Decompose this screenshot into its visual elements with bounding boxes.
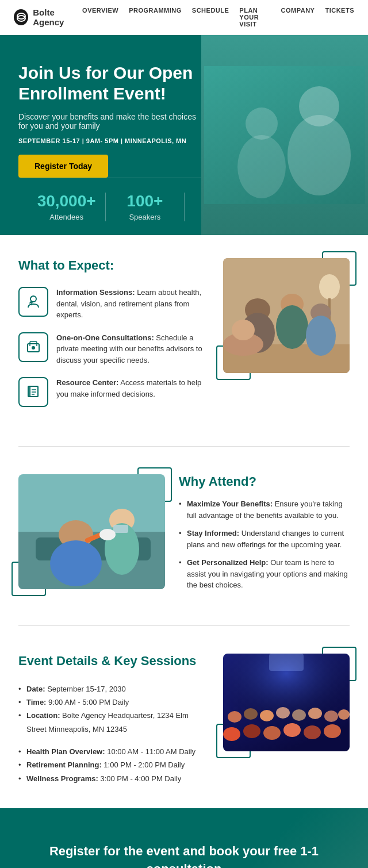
nav-programming[interactable]: PROGRAMMING bbox=[129, 7, 182, 28]
nav-overview[interactable]: OVERVIEW bbox=[82, 7, 118, 28]
dental-photo-svg bbox=[18, 474, 165, 589]
svg-rect-11 bbox=[30, 386, 38, 397]
svg-point-51 bbox=[283, 723, 301, 737]
svg-point-4 bbox=[288, 115, 351, 195]
stat-attendees-label: Attendees bbox=[28, 213, 105, 221]
what-to-expect-image-container bbox=[223, 258, 350, 375]
hero-title: Join Us for Our Open Enrollment Event! bbox=[18, 63, 202, 104]
what-to-expect-content: What to Expect: Information Sessions: Le… bbox=[18, 258, 209, 418]
event-details-section: Event Details & Key Sessions Date: Septe… bbox=[0, 631, 368, 809]
svg-rect-54 bbox=[269, 654, 304, 671]
hero-date: SEPTEMBER 15-17 | 9AM- 5PM | MINNEAPOLIS… bbox=[18, 137, 202, 144]
svg-point-48 bbox=[223, 727, 240, 741]
event-date-item: Date: September 15-17, 2030 bbox=[18, 682, 209, 696]
svg-point-40 bbox=[228, 711, 241, 723]
expect-item-3: Resource Center: Access materials to hel… bbox=[18, 377, 209, 407]
svg-point-37 bbox=[99, 529, 116, 540]
nav-company[interactable]: COMPANY bbox=[281, 7, 315, 28]
svg-point-45 bbox=[308, 708, 322, 719]
session-wellness-text: 3:00 PM - 4:00 PM Daily bbox=[98, 774, 182, 783]
event-details-list: Date: September 15-17, 2030 Time: 9:00 A… bbox=[18, 682, 209, 736]
why-attend-section: Why Attend? Maximize Your Benefits: Ensu… bbox=[0, 451, 368, 621]
why-item-2-title: Stay Informed: bbox=[187, 529, 239, 537]
event-details-image-container bbox=[223, 654, 350, 753]
consultations-icon bbox=[18, 332, 48, 362]
session-health-item: Health Plan Overview: 10:00 AM - 11:00 A… bbox=[18, 745, 209, 758]
hero-illustration bbox=[204, 66, 365, 204]
nav-links: OVERVIEW PROGRAMMING SCHEDULE PLAN YOUR … bbox=[82, 7, 354, 28]
stat-attendees-number: 30,000+ bbox=[28, 192, 105, 210]
expect-item-1: Information Sessions: Learn about health… bbox=[18, 287, 209, 321]
what-to-expect-photo bbox=[223, 258, 350, 373]
svg-point-46 bbox=[324, 710, 338, 722]
event-details-title: Event Details & Key Sessions bbox=[18, 654, 209, 669]
svg-point-47 bbox=[338, 709, 350, 720]
svg-point-9 bbox=[32, 346, 35, 349]
svg-point-5 bbox=[246, 107, 278, 140]
nav-plan-visit[interactable]: PLAN YOUR VISIT bbox=[239, 7, 270, 28]
svg-point-49 bbox=[243, 724, 260, 738]
session-wellness-item: Wellness Programs: 3:00 PM - 4:00 PM Dai… bbox=[18, 772, 209, 785]
event-date-label: Date: bbox=[26, 685, 45, 693]
expect-item-2-text: One-on-One Consultations: Schedule a pri… bbox=[56, 332, 209, 366]
why-attend-layout: Why Attend? Maximize Your Benefits: Ensu… bbox=[18, 474, 350, 598]
session-health-label: Health Plan Overview: bbox=[26, 747, 105, 756]
stat-attendees: 30,000+ Attendees bbox=[28, 192, 105, 221]
expect-item-2: One-on-One Consultations: Schedule a pri… bbox=[18, 332, 209, 366]
logo-svg bbox=[16, 12, 26, 22]
footer-cta-section: Register for the event and book your fre… bbox=[0, 808, 368, 868]
what-to-expect-title: What to Expect: bbox=[18, 258, 209, 273]
event-details-photo bbox=[223, 654, 350, 751]
svg-point-32 bbox=[50, 540, 102, 586]
why-attend-image-container bbox=[18, 474, 165, 591]
event-date-text: September 15-17, 2030 bbox=[45, 685, 126, 693]
why-attend-content: Why Attend? Maximize Your Benefits: Ensu… bbox=[179, 474, 350, 598]
stat-speakers-number: 100+ bbox=[106, 192, 183, 210]
hero-register-button[interactable]: Register Today bbox=[18, 155, 108, 178]
expect-item-1-title: Information Sessions: bbox=[56, 288, 135, 297]
expect-item-3-text: Resource Center: Access materials to hel… bbox=[56, 377, 209, 400]
audience-photo-svg bbox=[223, 654, 350, 751]
session-retirement-item: Retirement Planning: 1:00 PM - 2:00 PM D… bbox=[18, 758, 209, 771]
what-to-expect-layout: What to Expect: Information Sessions: Le… bbox=[18, 258, 350, 418]
svg-rect-36 bbox=[113, 525, 128, 533]
svg-point-25 bbox=[306, 316, 336, 356]
resource-center-icon bbox=[18, 377, 48, 407]
why-item-1-title: Maximize Your Benefits: bbox=[187, 500, 273, 508]
why-item-3-title: Get Personalized Help: bbox=[187, 558, 269, 567]
hero-section: Join Us for Our Open Enrollment Event! D… bbox=[0, 35, 368, 235]
footer-cta-text: Register for the event and book your fre… bbox=[18, 843, 350, 868]
svg-point-53 bbox=[324, 724, 341, 738]
nav-schedule[interactable]: SCHEDULE bbox=[192, 7, 229, 28]
svg-point-44 bbox=[292, 709, 306, 721]
svg-point-6 bbox=[237, 135, 286, 198]
why-attend-photo bbox=[18, 474, 165, 589]
expect-item-1-text: Information Sessions: Learn about health… bbox=[56, 287, 209, 321]
hero-description: Discover your benefits and make the best… bbox=[18, 112, 202, 130]
event-details-layout: Event Details & Key Sessions Date: Septe… bbox=[18, 654, 350, 786]
svg-point-23 bbox=[276, 305, 308, 349]
event-location-item: Location: Bolte Agency Headquartesr, 123… bbox=[18, 709, 209, 736]
info-sessions-icon bbox=[18, 287, 48, 317]
section-divider-2 bbox=[18, 625, 350, 626]
logo-text: Bolte Agency bbox=[33, 7, 82, 27]
why-item-2: Stay Informed: Understand changes to cur… bbox=[179, 528, 350, 550]
event-time-item: Time: 9:00 AM - 5:00 PM Daily bbox=[18, 696, 209, 709]
svg-point-42 bbox=[260, 710, 274, 721]
stat-speakers: 100+ Speakers bbox=[106, 192, 183, 221]
nav-tickets[interactable]: TICKETS bbox=[325, 7, 354, 28]
hero-image bbox=[201, 35, 368, 235]
svg-point-41 bbox=[244, 708, 258, 720]
why-item-3: Get Personalized Help: Our team is here … bbox=[179, 557, 350, 591]
event-time-text: 9:00 AM - 5:00 PM Daily bbox=[46, 698, 129, 706]
session-retirement-label: Retirement Planning: bbox=[26, 761, 102, 769]
event-details-content: Event Details & Key Sessions Date: Septe… bbox=[18, 654, 209, 786]
stat-speakers-label: Speakers bbox=[106, 213, 183, 221]
section-divider-1 bbox=[18, 446, 350, 447]
session-photo-svg bbox=[223, 258, 350, 373]
navbar: Bolte Agency OVERVIEW PROGRAMMING SCHEDU… bbox=[0, 0, 368, 35]
logo[interactable]: Bolte Agency bbox=[14, 7, 82, 27]
logo-icon bbox=[14, 9, 28, 25]
session-health-text: 10:00 AM - 11:00 AM Daily bbox=[105, 747, 196, 756]
svg-point-43 bbox=[276, 707, 290, 719]
